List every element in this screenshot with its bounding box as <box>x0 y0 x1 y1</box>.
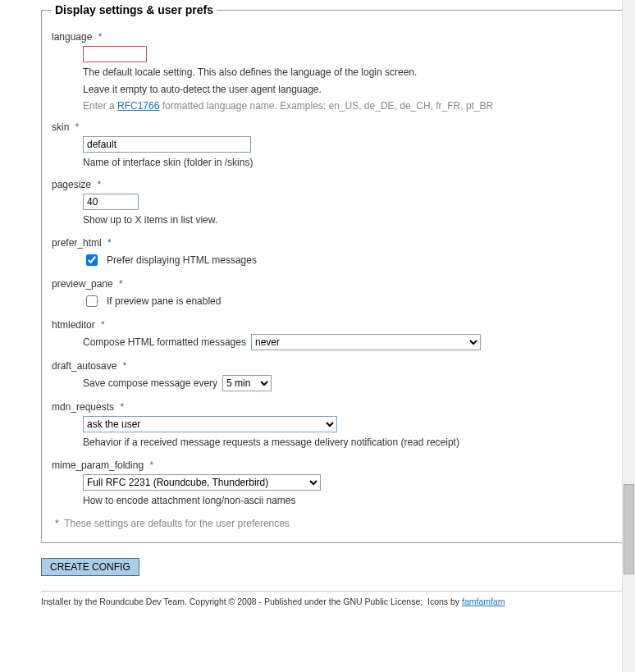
preview-pane-text: If preview pane is enabled <box>107 295 221 307</box>
language-hint-3: Enter a RFC1766 formatted language name.… <box>83 100 616 112</box>
draft-autosave-text: Save compose message every <box>83 377 217 389</box>
preview-pane-label: preview_pane <box>52 278 113 290</box>
skin-input[interactable] <box>83 136 251 153</box>
display-settings-fieldset: Display settings & user prefs language *… <box>41 3 627 543</box>
pagesize-input[interactable] <box>83 194 139 210</box>
prefer-html-label: prefer_html <box>52 237 102 249</box>
mdn-requests-hint: Behavior if a received message requests … <box>83 436 616 450</box>
divider <box>41 591 627 592</box>
preview-pane-field: preview_pane * If preview pane is enable… <box>52 278 616 309</box>
defaults-footnote: * These settings are defaults for the us… <box>52 518 616 529</box>
required-asterisk: * <box>97 179 101 190</box>
skin-hint: Name of interface skin (folder in /skins… <box>83 156 616 170</box>
mime-param-folding-select[interactable]: Full RFC 2231 (Roundcube, Thunderbird) <box>83 474 321 491</box>
skin-field: skin * Name of interface skin (folder in… <box>52 121 616 170</box>
skin-label: skin <box>52 121 69 133</box>
htmleditor-text: Compose HTML formatted messages <box>83 336 246 348</box>
language-hint-2: Leave it empty to auto-detect the user a… <box>83 83 616 97</box>
create-config-button[interactable]: CREATE CONFIG <box>41 558 139 576</box>
draft-autosave-select[interactable]: 5 min <box>222 375 272 391</box>
prefer-html-checkbox[interactable] <box>86 254 98 266</box>
prefer-html-field: prefer_html * Prefer displaying HTML mes… <box>52 237 616 268</box>
fieldset-legend: Display settings & user prefs <box>52 3 217 16</box>
famfamfam-link[interactable]: famfamfam <box>462 597 505 606</box>
draft-autosave-label: draft_autosave <box>52 360 116 372</box>
scrollbar-thumb[interactable] <box>624 484 634 574</box>
pagesize-hint: Show up to X items in list view. <box>83 213 616 227</box>
mime-param-folding-field: mime_param_folding * Full RFC 2231 (Roun… <box>52 459 616 508</box>
required-asterisk: * <box>149 459 153 471</box>
preview-pane-checkbox[interactable] <box>86 295 98 307</box>
required-asterisk: * <box>119 278 123 290</box>
rfc1766-link[interactable]: RFC1766 <box>117 100 159 112</box>
prefer-html-text: Prefer displaying HTML messages <box>107 254 257 266</box>
language-input[interactable] <box>83 46 147 62</box>
language-field: language * The default locale setting. T… <box>52 31 616 112</box>
copyright-footer: Installer by the Roundcube Dev Team. Cop… <box>41 597 627 606</box>
required-asterisk: * <box>75 121 80 133</box>
language-label: language <box>52 31 92 43</box>
pagesize-label: pagesize <box>52 179 91 190</box>
required-asterisk: * <box>120 401 124 413</box>
mdn-requests-label: mdn_requests <box>52 401 114 413</box>
mdn-requests-field: mdn_requests * ask the user Behavior if … <box>52 401 616 450</box>
mime-param-folding-label: mime_param_folding <box>52 459 144 471</box>
vertical-scrollbar[interactable] <box>622 0 635 623</box>
pagesize-field: pagesize * Show up to X items in list vi… <box>52 179 616 227</box>
draft-autosave-field: draft_autosave * Save compose message ev… <box>52 360 616 391</box>
mime-param-folding-hint: How to encode attachment long/non-ascii … <box>83 494 616 508</box>
required-asterisk: * <box>98 31 103 43</box>
required-asterisk: * <box>123 360 127 372</box>
htmleditor-label: htmleditor <box>52 319 95 331</box>
mdn-requests-select[interactable]: ask the user <box>83 416 337 432</box>
required-asterisk: * <box>101 319 105 331</box>
htmleditor-field: htmleditor * Compose HTML formatted mess… <box>52 319 616 350</box>
htmleditor-select[interactable]: never <box>251 334 481 350</box>
language-hint-1: The default locale setting. This also de… <box>83 66 616 80</box>
required-asterisk: * <box>107 237 112 249</box>
